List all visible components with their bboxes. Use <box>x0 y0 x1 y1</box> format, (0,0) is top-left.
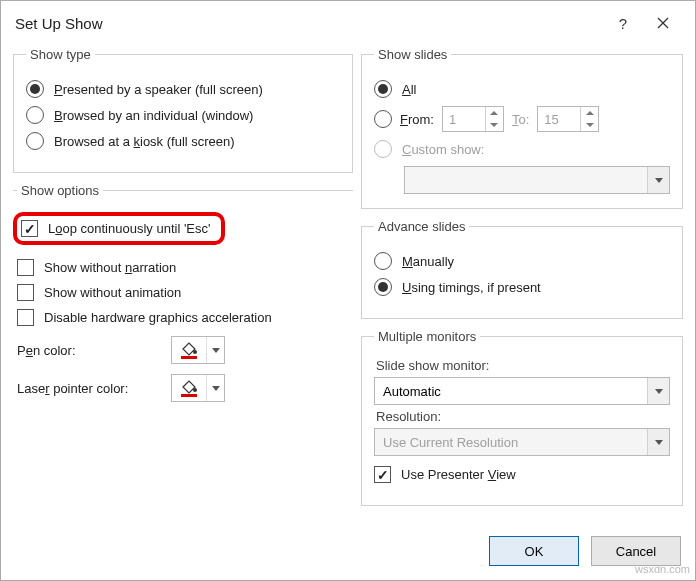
group-show-slides: Show slides All From: 1 To: 15 <box>361 47 683 209</box>
radio-icon <box>26 132 44 150</box>
radio-label: All <box>402 82 416 97</box>
radio-icon <box>374 252 392 270</box>
radio-all-slides[interactable]: All <box>374 80 670 98</box>
group-advance-slides: Advance slides Manually Using timings, i… <box>361 219 683 319</box>
chevron-down-icon <box>206 375 224 401</box>
from-label: From: <box>400 112 434 127</box>
laser-color-dropdown[interactable] <box>171 374 225 402</box>
ok-button[interactable]: OK <box>489 536 579 566</box>
spin-down-icon[interactable] <box>581 119 598 131</box>
monitor-combo[interactable]: Automatic <box>374 377 670 405</box>
from-spinner[interactable]: 1 <box>442 106 504 132</box>
radio-presented-speaker[interactable]: Presented by a speaker (full screen) <box>26 80 340 98</box>
checkbox-row-no-animation[interactable]: Show without animation <box>17 284 349 301</box>
checkbox-icon <box>17 284 34 301</box>
combo-value: Automatic <box>375 384 647 399</box>
radio-browsed-kiosk[interactable]: Browsed at a kiosk (full screen) <box>26 132 340 150</box>
spin-up-icon[interactable] <box>581 107 598 119</box>
close-button[interactable] <box>643 9 683 37</box>
radio-icon <box>374 110 392 128</box>
left-column: Show type Presented by a speaker (full s… <box>13 47 353 526</box>
laser-color-row: Laser pointer color: <box>17 374 349 402</box>
radio-label: Manually <box>402 254 454 269</box>
checkbox-label: Show without animation <box>44 285 181 300</box>
combo-value: Use Current Resolution <box>375 435 647 450</box>
radio-icon <box>374 140 392 158</box>
checkbox-icon <box>374 466 391 483</box>
resolution-label: Resolution: <box>376 409 670 424</box>
checkbox-icon <box>17 259 34 276</box>
radio-icon <box>374 80 392 98</box>
to-label: To: <box>512 112 529 127</box>
chevron-down-icon <box>647 167 669 193</box>
checkbox-row-presenter-view[interactable]: Use Presenter View <box>374 466 670 483</box>
radio-label: Using timings, if present <box>402 280 541 295</box>
dialog-setup-show: Set Up Show ? Show type Presented by a s… <box>0 0 696 581</box>
pen-color-row: Pen color: <box>17 336 349 364</box>
checkbox-label: Disable hardware graphics acceleration <box>44 310 272 325</box>
radio-from-to[interactable]: From: 1 To: 15 <box>374 106 670 132</box>
bucket-icon <box>172 337 206 363</box>
pen-color-label: Pen color: <box>17 343 157 358</box>
radio-label: Browsed by an individual (window) <box>54 108 253 123</box>
checkbox-loop-label: Loop continuously until 'Esc' <box>48 221 211 236</box>
svg-rect-5 <box>181 394 197 397</box>
legend-show-type: Show type <box>26 47 95 62</box>
chevron-down-icon <box>647 378 669 404</box>
to-spinner[interactable]: 15 <box>537 106 599 132</box>
radio-icon <box>26 106 44 124</box>
right-column: Show slides All From: 1 To: 15 <box>361 47 683 526</box>
radio-icon <box>374 278 392 296</box>
spin-down-icon[interactable] <box>486 119 503 131</box>
radio-label: Custom show: <box>402 142 484 157</box>
radio-label: Presented by a speaker (full screen) <box>54 82 263 97</box>
checkbox-label: Show without narration <box>44 260 176 275</box>
legend-show-options: Show options <box>17 183 103 198</box>
ok-label: OK <box>525 544 544 559</box>
checkbox-loop[interactable] <box>21 220 38 237</box>
dialog-body: Show type Presented by a speaker (full s… <box>1 47 695 526</box>
svg-rect-3 <box>181 356 197 359</box>
chevron-down-icon <box>206 337 224 363</box>
radio-icon <box>26 80 44 98</box>
custom-show-combo <box>404 166 670 194</box>
chevron-down-icon <box>647 429 669 455</box>
to-value: 15 <box>538 107 580 131</box>
dialog-footer: OK Cancel <box>1 526 695 580</box>
resolution-combo: Use Current Resolution <box>374 428 670 456</box>
group-show-options: Show options Loop continuously until 'Es… <box>13 183 353 420</box>
radio-custom-show: Custom show: <box>374 140 670 158</box>
help-button[interactable]: ? <box>603 9 643 37</box>
pen-color-dropdown[interactable] <box>171 336 225 364</box>
group-multiple-monitors: Multiple monitors Slide show monitor: Au… <box>361 329 683 506</box>
checkbox-row-no-narration[interactable]: Show without narration <box>17 259 349 276</box>
svg-point-4 <box>193 388 197 392</box>
bucket-icon <box>172 375 206 401</box>
highlight-loop-option: Loop continuously until 'Esc' <box>13 212 225 245</box>
dialog-title: Set Up Show <box>15 15 103 32</box>
from-value: 1 <box>443 107 485 131</box>
spin-up-icon[interactable] <box>486 107 503 119</box>
monitor-label: Slide show monitor: <box>376 358 670 373</box>
checkbox-row-disable-hw[interactable]: Disable hardware graphics acceleration <box>17 309 349 326</box>
cancel-label: Cancel <box>616 544 656 559</box>
radio-using-timings[interactable]: Using timings, if present <box>374 278 670 296</box>
legend-multiple-monitors: Multiple monitors <box>374 329 480 344</box>
legend-advance-slides: Advance slides <box>374 219 469 234</box>
close-icon <box>657 17 669 29</box>
checkbox-icon <box>17 309 34 326</box>
cancel-button[interactable]: Cancel <box>591 536 681 566</box>
watermark: wsxdn.com <box>635 563 690 575</box>
radio-manually[interactable]: Manually <box>374 252 670 270</box>
group-show-type: Show type Presented by a speaker (full s… <box>13 47 353 173</box>
radio-browsed-individual[interactable]: Browsed by an individual (window) <box>26 106 340 124</box>
checkbox-label: Use Presenter View <box>401 467 516 482</box>
svg-point-2 <box>193 350 197 354</box>
laser-color-label: Laser pointer color: <box>17 381 157 396</box>
titlebar: Set Up Show ? <box>1 1 695 47</box>
legend-show-slides: Show slides <box>374 47 451 62</box>
radio-label: Browsed at a kiosk (full screen) <box>54 134 235 149</box>
